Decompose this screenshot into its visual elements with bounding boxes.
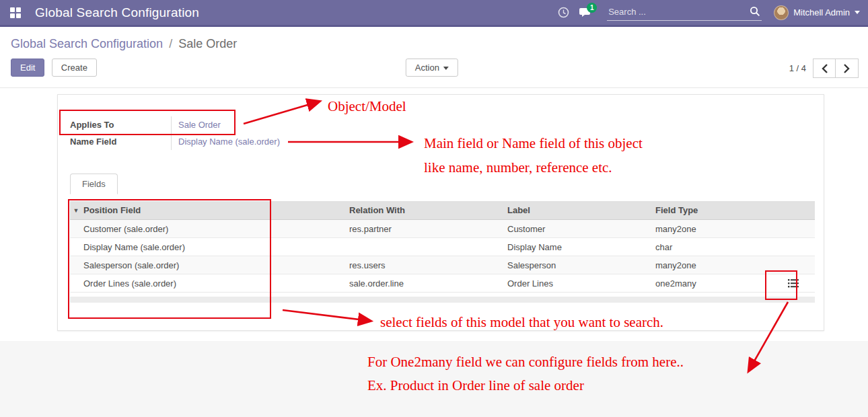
pager-count: 1 / 4	[789, 63, 806, 73]
apps-menu-icon[interactable]	[0, 0, 31, 25]
search-input[interactable]	[607, 4, 762, 21]
form-row-name-field: Name Field Display Name (sale.order)	[70, 133, 447, 150]
user-name: Mitchell Admin	[793, 7, 850, 17]
table-row[interactable]: Salesperson (sale.order) res.users Sales…	[70, 256, 815, 274]
annotation-one2many-2: Ex. Product in Order line of sale order	[367, 377, 584, 394]
annotation-object-model: Object/Model	[328, 98, 406, 115]
navbar-right: 1 Mitchell Admin	[552, 0, 868, 25]
table-row[interactable]: Customer (sale.order) res.partner Custom…	[70, 220, 815, 238]
cell-relation-with: res.users	[344, 260, 502, 270]
chevron-left-icon	[822, 64, 828, 73]
clock-icon	[558, 7, 569, 18]
form-row-applies-to: Applies To Sale Order	[70, 116, 447, 133]
annotation-main-field-1: Main field or Name field of this object	[424, 135, 643, 152]
tab-fields[interactable]: Fields	[70, 174, 118, 194]
action-dropdown-button[interactable]: Action	[406, 59, 458, 77]
cell-field-type: many2one	[650, 260, 771, 270]
applies-to-value[interactable]: Sale Order	[171, 116, 319, 133]
applies-to-label: Applies To	[70, 120, 171, 130]
sort-caret-icon[interactable]: ▼	[70, 207, 82, 214]
cell-field-type: one2many	[650, 278, 771, 289]
table-header-row: ▼ Position Field Relation With Label Fie…	[70, 201, 815, 220]
cell-label: Customer	[502, 224, 650, 234]
form-field-group: Applies To Sale Order Name Field Display…	[70, 116, 447, 150]
edit-button[interactable]: Edit	[11, 59, 44, 77]
pager-next-button[interactable]	[836, 59, 859, 78]
name-field-value[interactable]: Display Name (sale.order)	[171, 133, 319, 150]
cell-position-field: Salesperson (sale.order)	[82, 260, 344, 270]
control-panel-buttons: Edit Create Action 1 / 4	[11, 59, 857, 79]
pager: 1 / 4	[789, 59, 859, 78]
cell-position-field: Order Lines (sale.order)	[82, 278, 344, 289]
cell-config	[771, 277, 815, 289]
breadcrumb-separator: /	[166, 37, 175, 50]
page: Global Search Configuration 1	[0, 0, 868, 417]
pager-previous-button[interactable]	[813, 59, 836, 78]
header-label[interactable]: Label	[502, 205, 650, 215]
activities-icon[interactable]	[552, 0, 575, 25]
chevron-right-icon	[844, 64, 850, 73]
list-icon	[788, 278, 799, 288]
control-panel: Global Search Configuration / Sale Order…	[0, 29, 868, 88]
user-menu[interactable]: Mitchell Admin	[774, 5, 868, 20]
fields-table: ▼ Position Field Relation With Label Fie…	[70, 201, 815, 303]
annotation-main-field-2: like name, number, reference etc.	[424, 159, 612, 176]
messages-icon[interactable]: 1	[575, 0, 598, 25]
name-field-label: Name Field	[70, 137, 171, 147]
create-button[interactable]: Create	[52, 59, 97, 77]
avatar	[774, 5, 789, 20]
magnifier-icon[interactable]	[750, 6, 760, 17]
grid-icon	[10, 7, 21, 18]
cell-field-type: char	[650, 242, 771, 252]
header-field-type[interactable]: Field Type	[650, 205, 771, 215]
cell-relation-with: sale.order.line	[344, 278, 502, 289]
table-row[interactable]: Order Lines (sale.order) sale.order.line…	[70, 274, 815, 293]
header-position-field[interactable]: Position Field	[82, 205, 344, 215]
cell-label: Salesperson	[502, 260, 650, 270]
table-row[interactable]: Display Name (sale.order) Display Name c…	[70, 238, 815, 256]
breadcrumb-current: Sale Order	[178, 37, 237, 50]
table-footer-strip	[70, 297, 815, 303]
annotation-select-fields: select fields of this model that you wan…	[380, 314, 663, 331]
breadcrumb: Global Search Configuration / Sale Order	[11, 37, 857, 51]
one2many-config-button[interactable]	[786, 277, 801, 289]
cell-position-field: Customer (sale.order)	[82, 224, 344, 234]
action-label: Action	[415, 63, 439, 73]
form-sheet: Applies To Sale Order Name Field Display…	[57, 94, 824, 331]
cell-field-type: many2one	[650, 224, 771, 234]
top-navbar: Global Search Configuration 1	[0, 0, 868, 27]
chevron-down-icon	[855, 11, 860, 14]
chevron-down-icon	[443, 67, 449, 70]
messages-badge: 1	[587, 3, 597, 13]
app-title: Global Search Configuration	[35, 5, 199, 20]
cell-label: Order Lines	[502, 278, 650, 289]
annotation-one2many-1: For One2many field we can configure fiel…	[367, 354, 684, 371]
cell-position-field: Display Name (sale.order)	[82, 242, 344, 252]
header-relation-with[interactable]: Relation With	[344, 205, 502, 215]
navbar-search	[607, 4, 762, 21]
breadcrumb-parent-link[interactable]: Global Search Configuration	[11, 37, 163, 50]
cell-relation-with: res.partner	[344, 224, 502, 234]
cell-label: Display Name	[502, 242, 650, 252]
